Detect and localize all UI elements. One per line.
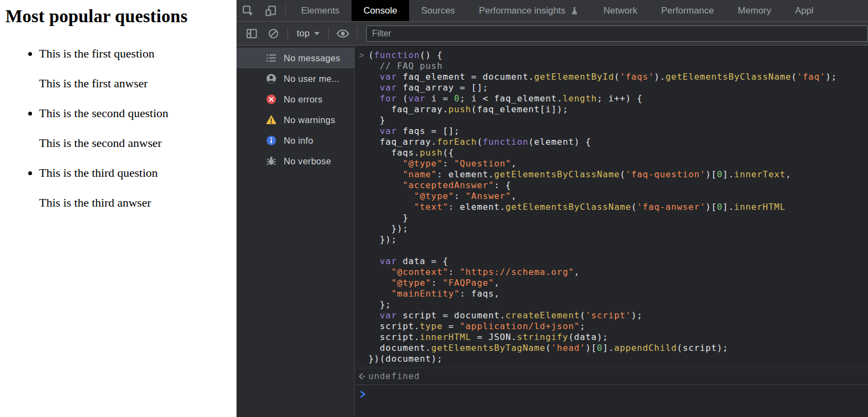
page-title: Most popular questions: [5, 7, 237, 27]
toolbar-divider: [285, 4, 286, 17]
faq-list: This is the first question This is the f…: [0, 46, 237, 210]
error-icon: [265, 93, 277, 105]
execution-context-selector[interactable]: top: [291, 28, 325, 39]
toggle-sidebar-button[interactable]: [241, 27, 263, 40]
messages-icon: [265, 52, 277, 64]
sidebar-item-verbose[interactable]: No verbose: [237, 151, 354, 171]
faq-answer: This is the third anwser: [39, 195, 237, 210]
sidebar-item-errors[interactable]: No errors: [237, 89, 354, 110]
device-toolbar-icon: [264, 4, 277, 17]
tab-application[interactable]: Appl: [783, 0, 825, 21]
chevron-down-icon: [314, 32, 320, 35]
verbose-bug-icon: [265, 155, 277, 167]
device-toolbar-button[interactable]: [259, 0, 282, 21]
faq-question: This is the first question: [39, 46, 237, 61]
command-echo-chevron-icon: >: [359, 50, 365, 61]
console-sidebar: No messages No user me...: [237, 46, 355, 417]
faq-answer: This is the second anwser: [39, 136, 237, 151]
faq-answer: This is the first anwser: [39, 76, 237, 91]
inspect-cursor-icon: [241, 4, 254, 17]
web-page: Most popular questions This is the first…: [0, 0, 237, 417]
clear-console-button[interactable]: [263, 28, 284, 40]
tab-network[interactable]: Network: [591, 0, 649, 21]
toolbar-divider: [328, 27, 329, 40]
console-result-row: undefined: [355, 368, 868, 385]
clear-console-icon: [267, 28, 279, 40]
tab-memory[interactable]: Memory: [726, 0, 783, 21]
faq-item: This is the second question This is the …: [39, 106, 237, 151]
sidebar-item-messages[interactable]: No messages: [237, 48, 354, 68]
toolbar-divider: [288, 27, 288, 40]
faq-item: This is the first question This is the f…: [39, 46, 237, 91]
devtools-tabbar: Elements Console Sources Performance ins…: [237, 0, 868, 22]
devtools-panel: Elements Console Sources Performance ins…: [237, 0, 868, 417]
live-expression-button[interactable]: [332, 27, 354, 41]
console-toolbar: top: [237, 22, 868, 46]
flask-icon: [570, 6, 579, 16]
tab-performance-insights[interactable]: Performance insights: [467, 0, 592, 21]
user-icon: [265, 73, 277, 85]
sidebar-item-info[interactable]: No info: [237, 130, 354, 151]
result-value: undefined: [368, 371, 420, 382]
console-prompt[interactable]: [355, 385, 868, 407]
console-code: (function() { // FAQ push var faq_elemen…: [368, 50, 868, 364]
tab-console[interactable]: Console: [352, 0, 409, 21]
filter-input[interactable]: [366, 25, 868, 42]
sidebar-item-warnings[interactable]: No warnings: [237, 110, 354, 130]
toolbar-divider: [357, 27, 358, 40]
faq-question: This is the third question: [39, 165, 237, 181]
dock-sidebar-icon: [245, 27, 258, 40]
faq-item: This is the third question This is the t…: [39, 165, 237, 210]
console-content: No messages No user me...: [237, 46, 868, 417]
inspect-element-button[interactable]: [237, 0, 259, 21]
warning-icon: [265, 114, 277, 126]
tab-performance[interactable]: Performance: [649, 0, 726, 21]
faq-question: This is the second question: [39, 106, 237, 121]
eye-icon: [336, 27, 350, 41]
info-icon: [265, 134, 277, 146]
tab-sources[interactable]: Sources: [409, 0, 467, 21]
prompt-chevron-icon: [359, 390, 367, 399]
console-messages-pane[interactable]: > (function() { // FAQ push var faq_elem…: [355, 46, 868, 417]
return-value-arrow-icon: [358, 372, 367, 381]
tab-elements[interactable]: Elements: [289, 0, 352, 21]
console-command-echo: > (function() { // FAQ push var faq_elem…: [355, 46, 868, 368]
sidebar-item-user-messages[interactable]: No user me...: [237, 68, 354, 89]
